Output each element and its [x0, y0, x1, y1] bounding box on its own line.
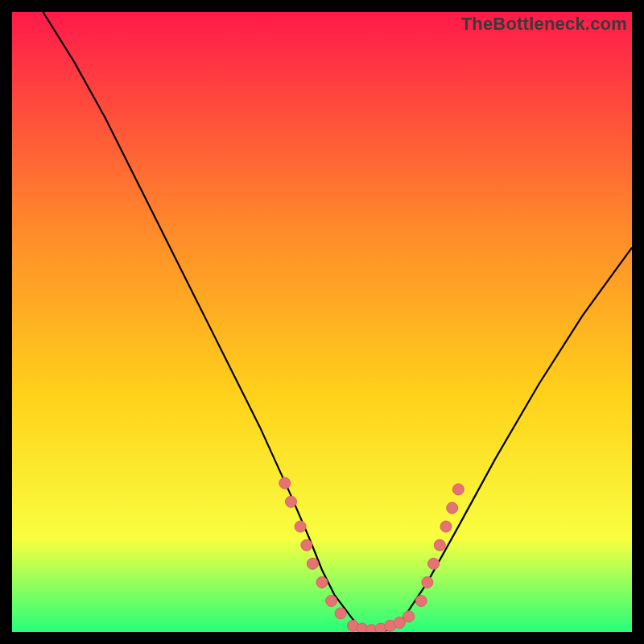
data-dot [434, 539, 445, 551]
data-dot [335, 608, 346, 619]
chart-frame: TheBottleneck.com [12, 12, 632, 632]
data-dot [301, 539, 312, 551]
dots-bottom-cluster [348, 611, 415, 632]
chart-svg [12, 12, 632, 632]
data-dot [316, 576, 328, 588]
data-dot [403, 611, 415, 622]
data-dot [447, 502, 458, 514]
data-dot [286, 496, 297, 507]
data-dot [428, 558, 440, 569]
watermark-text: TheBottleneck.com [461, 14, 627, 35]
data-dot [279, 477, 291, 489]
data-dot [452, 484, 464, 495]
data-dot [415, 596, 427, 607]
data-dot [440, 521, 452, 532]
data-dot [295, 521, 306, 532]
data-dot [422, 576, 433, 588]
data-dot [326, 596, 337, 607]
bottleneck-curve [43, 12, 633, 632]
data-dot [307, 558, 318, 569]
